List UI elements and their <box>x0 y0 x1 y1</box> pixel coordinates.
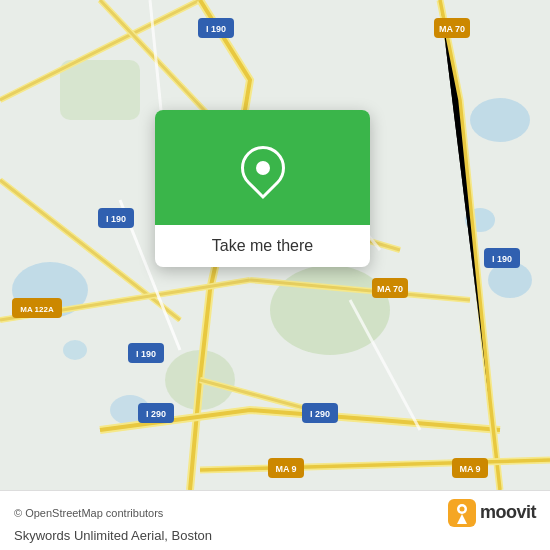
svg-text:MA 9: MA 9 <box>275 464 296 474</box>
svg-text:I 190: I 190 <box>492 254 512 264</box>
svg-text:I 190: I 190 <box>106 214 126 224</box>
svg-text:MA 70: MA 70 <box>377 284 403 294</box>
svg-text:MA 70: MA 70 <box>439 24 465 34</box>
svg-text:MA 122A: MA 122A <box>20 305 54 314</box>
svg-text:I 290: I 290 <box>310 409 330 419</box>
svg-point-6 <box>63 340 87 360</box>
map-view: I 190 MA 70 I 190 MA 122A I 190 MA 70 I … <box>0 0 550 490</box>
moovit-logo: moovit <box>448 499 536 527</box>
svg-rect-9 <box>60 60 140 120</box>
svg-text:I 290: I 290 <box>146 409 166 419</box>
location-popup: Take me there <box>155 110 370 267</box>
take-me-there-button[interactable]: Take me there <box>155 225 370 267</box>
svg-point-2 <box>470 98 530 142</box>
location-pin-icon <box>231 136 293 198</box>
popup-map-area <box>155 110 370 225</box>
svg-text:MA 9: MA 9 <box>459 464 480 474</box>
bottom-bar: © OpenStreetMap contributors moovit Skyw… <box>0 490 550 550</box>
svg-text:I 190: I 190 <box>206 24 226 34</box>
svg-point-54 <box>459 506 464 511</box>
moovit-label: moovit <box>480 502 536 523</box>
map-attribution: © OpenStreetMap contributors <box>14 507 448 519</box>
svg-text:I 190: I 190 <box>136 349 156 359</box>
location-title: Skywords Unlimited Aerial, Boston <box>14 528 536 543</box>
moovit-icon <box>448 499 476 527</box>
